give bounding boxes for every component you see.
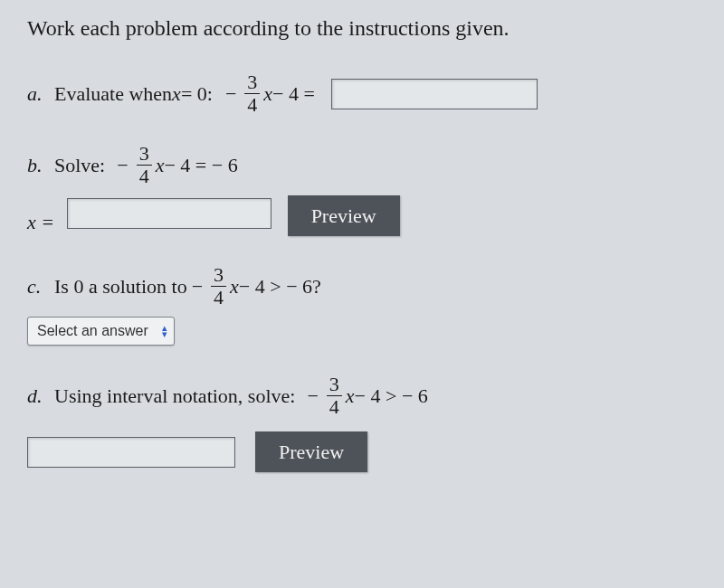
var-x: x — [230, 275, 239, 299]
fraction-3-4: 3 4 — [327, 375, 342, 417]
inequality-rest: − 4 > − 6? — [239, 275, 321, 299]
minus-sign: − — [117, 154, 128, 177]
answer-input-b[interactable] — [67, 198, 272, 229]
part-b-text: Solve: — [54, 154, 105, 177]
part-a-text: Evaluate when — [54, 82, 172, 106]
instructions-header: Work each problem according to the instr… — [27, 16, 697, 41]
fraction-3-4: 3 4 — [244, 72, 260, 115]
part-c-label: c. — [27, 275, 47, 299]
var-x: x — [346, 384, 355, 408]
part-d: d. Using interval notation, solve: − 3 4… — [27, 375, 697, 472]
answer-select-c[interactable]: Select an answer ▴▾ — [27, 317, 175, 346]
var-x: x — [263, 82, 272, 106]
part-a-label: a. — [27, 82, 47, 106]
part-a-var-x: x — [172, 82, 181, 106]
preview-button-b[interactable]: Preview — [288, 195, 400, 236]
part-d-label: d. — [27, 384, 47, 408]
part-d-text: Using interval notation, solve: — [54, 384, 295, 408]
x-equals-label: x = — [27, 211, 54, 233]
minus-sign: − — [225, 82, 236, 106]
part-c-text: Is 0 a solution to — [54, 275, 187, 299]
part-a: a. Evaluate when x = 0: − 3 4 x − 4 = — [27, 72, 697, 115]
equation-rest: − 4 = − 6 — [164, 154, 237, 177]
answer-input-d[interactable] — [27, 437, 235, 468]
answer-input-a[interactable] — [331, 79, 538, 109]
part-c: c. Is 0 a solution to − 3 4 x − 4 > − 6?… — [27, 265, 697, 346]
chevron-updown-icon: ▴▾ — [156, 318, 174, 345]
minus-sign: − — [192, 275, 203, 299]
part-a-eq-zero: = 0: — [181, 82, 213, 106]
part-b: b. Solve: − 3 4 x − 4 = − 6 x = Preview — [27, 144, 697, 236]
preview-button-d[interactable]: Preview — [255, 432, 367, 472]
inequality-rest: − 4 > − 6 — [355, 384, 428, 408]
fraction-3-4: 3 4 — [137, 144, 152, 186]
var-x: x — [156, 154, 165, 177]
select-label: Select an answer — [37, 323, 148, 339]
part-b-label: b. — [27, 154, 47, 177]
minus-four-equals: − 4 = — [272, 82, 315, 106]
fraction-3-4: 3 4 — [211, 265, 226, 308]
minus-sign: − — [307, 384, 318, 408]
